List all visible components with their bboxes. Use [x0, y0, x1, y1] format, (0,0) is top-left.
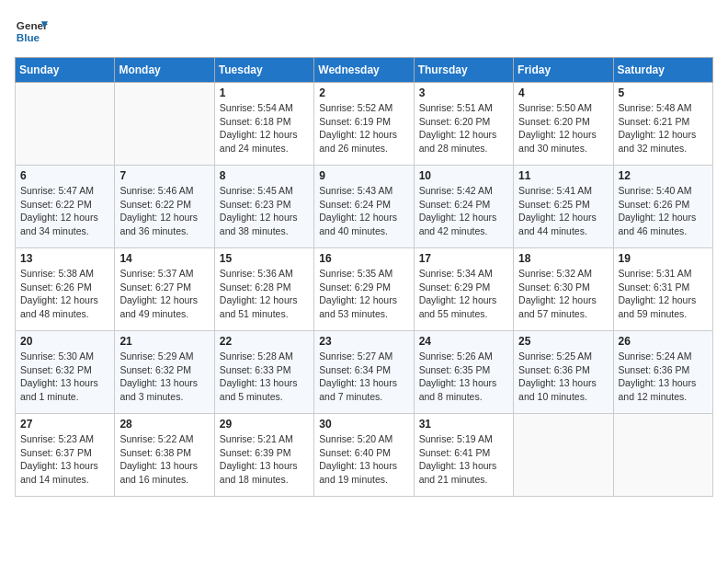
calendar-cell: 15Sunrise: 5:36 AM Sunset: 6:28 PM Dayli…: [214, 248, 313, 331]
day-info: Sunrise: 5:48 AM Sunset: 6:21 PM Dayligh…: [619, 101, 708, 155]
day-info: Sunrise: 5:19 AM Sunset: 6:41 PM Dayligh…: [419, 432, 508, 487]
calendar-header-friday: Friday: [514, 58, 613, 83]
calendar-header-monday: Monday: [115, 58, 214, 83]
day-info: Sunrise: 5:50 AM Sunset: 6:20 PM Dayligh…: [518, 101, 608, 155]
calendar-header-wednesday: Wednesday: [314, 58, 414, 83]
day-number: 10: [419, 169, 508, 182]
day-number: 11: [518, 169, 608, 182]
day-info: Sunrise: 5:29 AM Sunset: 6:32 PM Dayligh…: [119, 350, 209, 404]
day-info: Sunrise: 5:24 AM Sunset: 6:36 PM Dayligh…: [619, 350, 708, 404]
day-number: 9: [319, 169, 408, 182]
day-info: Sunrise: 5:20 AM Sunset: 6:40 PM Dayligh…: [319, 432, 408, 487]
day-info: Sunrise: 5:23 AM Sunset: 6:37 PM Dayligh…: [20, 432, 109, 487]
day-info: Sunrise: 5:47 AM Sunset: 6:22 PM Dayligh…: [20, 184, 109, 238]
calendar-cell: 5Sunrise: 5:48 AM Sunset: 6:21 PM Daylig…: [613, 83, 712, 166]
calendar-cell: 10Sunrise: 5:42 AM Sunset: 6:24 PM Dayli…: [414, 166, 513, 248]
calendar-cell: 3Sunrise: 5:51 AM Sunset: 6:20 PM Daylig…: [414, 83, 513, 166]
day-info: Sunrise: 5:30 AM Sunset: 6:32 PM Dayligh…: [20, 350, 109, 404]
calendar-week-row: 27Sunrise: 5:23 AM Sunset: 6:37 PM Dayli…: [16, 414, 713, 497]
calendar-cell: 18Sunrise: 5:32 AM Sunset: 6:30 PM Dayli…: [514, 248, 613, 331]
day-number: 29: [220, 418, 309, 431]
day-info: Sunrise: 5:38 AM Sunset: 6:26 PM Dayligh…: [20, 267, 109, 321]
page-header: General Blue: [15, 15, 713, 48]
day-number: 5: [619, 86, 708, 99]
day-info: Sunrise: 5:26 AM Sunset: 6:35 PM Dayligh…: [419, 350, 508, 404]
calendar-cell: 24Sunrise: 5:26 AM Sunset: 6:35 PM Dayli…: [414, 331, 513, 414]
day-info: Sunrise: 5:21 AM Sunset: 6:39 PM Dayligh…: [220, 432, 309, 487]
day-number: 22: [220, 335, 309, 348]
day-number: 12: [619, 169, 708, 182]
calendar-cell: 26Sunrise: 5:24 AM Sunset: 6:36 PM Dayli…: [613, 331, 712, 414]
day-number: 4: [518, 86, 608, 99]
day-number: 20: [20, 335, 109, 348]
day-info: Sunrise: 5:52 AM Sunset: 6:19 PM Dayligh…: [319, 101, 408, 155]
day-number: 1: [220, 86, 309, 99]
calendar-cell: [514, 414, 613, 497]
calendar-cell: 30Sunrise: 5:20 AM Sunset: 6:40 PM Dayli…: [314, 414, 414, 497]
day-number: 7: [119, 169, 209, 182]
calendar-header-sunday: Sunday: [16, 58, 115, 83]
calendar-cell: 22Sunrise: 5:28 AM Sunset: 6:33 PM Dayli…: [214, 331, 313, 414]
day-info: Sunrise: 5:41 AM Sunset: 6:25 PM Dayligh…: [518, 184, 608, 238]
day-number: 24: [419, 335, 508, 348]
calendar-cell: 31Sunrise: 5:19 AM Sunset: 6:41 PM Dayli…: [414, 414, 513, 497]
day-info: Sunrise: 5:34 AM Sunset: 6:29 PM Dayligh…: [419, 267, 508, 321]
day-number: 31: [419, 418, 508, 431]
calendar-cell: 4Sunrise: 5:50 AM Sunset: 6:20 PM Daylig…: [514, 83, 613, 166]
day-number: 25: [518, 335, 608, 348]
day-info: Sunrise: 5:28 AM Sunset: 6:33 PM Dayligh…: [220, 350, 309, 404]
day-info: Sunrise: 5:36 AM Sunset: 6:28 PM Dayligh…: [220, 267, 309, 321]
calendar-cell: 28Sunrise: 5:22 AM Sunset: 6:38 PM Dayli…: [115, 414, 214, 497]
calendar-cell: 7Sunrise: 5:46 AM Sunset: 6:22 PM Daylig…: [115, 166, 214, 248]
calendar-cell: 6Sunrise: 5:47 AM Sunset: 6:22 PM Daylig…: [16, 166, 115, 248]
day-info: Sunrise: 5:32 AM Sunset: 6:30 PM Dayligh…: [518, 267, 608, 321]
day-info: Sunrise: 5:37 AM Sunset: 6:27 PM Dayligh…: [119, 267, 209, 321]
calendar-week-row: 13Sunrise: 5:38 AM Sunset: 6:26 PM Dayli…: [16, 248, 713, 331]
day-number: 8: [220, 169, 309, 182]
day-info: Sunrise: 5:42 AM Sunset: 6:24 PM Dayligh…: [419, 184, 508, 238]
svg-text:Blue: Blue: [17, 31, 40, 43]
calendar-cell: 11Sunrise: 5:41 AM Sunset: 6:25 PM Dayli…: [514, 166, 613, 248]
calendar-body: 1Sunrise: 5:54 AM Sunset: 6:18 PM Daylig…: [16, 83, 713, 497]
calendar-cell: 29Sunrise: 5:21 AM Sunset: 6:39 PM Dayli…: [214, 414, 313, 497]
svg-text:General: General: [17, 19, 48, 31]
day-number: 15: [220, 252, 309, 265]
day-number: 30: [319, 418, 408, 431]
day-number: 23: [319, 335, 408, 348]
calendar-cell: 25Sunrise: 5:25 AM Sunset: 6:36 PM Dayli…: [514, 331, 613, 414]
day-number: 16: [319, 252, 408, 265]
day-number: 27: [20, 418, 109, 431]
day-info: Sunrise: 5:46 AM Sunset: 6:22 PM Dayligh…: [119, 184, 209, 238]
calendar-cell: 2Sunrise: 5:52 AM Sunset: 6:19 PM Daylig…: [314, 83, 414, 166]
calendar-cell: 8Sunrise: 5:45 AM Sunset: 6:23 PM Daylig…: [214, 166, 313, 248]
calendar-cell: 27Sunrise: 5:23 AM Sunset: 6:37 PM Dayli…: [16, 414, 115, 497]
calendar-week-row: 6Sunrise: 5:47 AM Sunset: 6:22 PM Daylig…: [16, 166, 713, 248]
calendar-cell: 1Sunrise: 5:54 AM Sunset: 6:18 PM Daylig…: [214, 83, 313, 166]
day-info: Sunrise: 5:51 AM Sunset: 6:20 PM Dayligh…: [419, 101, 508, 155]
day-info: Sunrise: 5:25 AM Sunset: 6:36 PM Dayligh…: [518, 350, 608, 404]
day-number: 13: [20, 252, 109, 265]
day-info: Sunrise: 5:54 AM Sunset: 6:18 PM Dayligh…: [220, 101, 309, 155]
day-number: 28: [119, 418, 209, 431]
day-number: 19: [619, 252, 708, 265]
calendar-cell: 9Sunrise: 5:43 AM Sunset: 6:24 PM Daylig…: [314, 166, 414, 248]
calendar-header-thursday: Thursday: [414, 58, 513, 83]
day-number: 3: [419, 86, 508, 99]
day-number: 18: [518, 252, 608, 265]
calendar-cell: [613, 414, 712, 497]
logo: General Blue: [15, 15, 51, 48]
day-info: Sunrise: 5:45 AM Sunset: 6:23 PM Dayligh…: [220, 184, 309, 238]
calendar-week-row: 20Sunrise: 5:30 AM Sunset: 6:32 PM Dayli…: [16, 331, 713, 414]
calendar-cell: 12Sunrise: 5:40 AM Sunset: 6:26 PM Dayli…: [613, 166, 712, 248]
calendar-cell: 17Sunrise: 5:34 AM Sunset: 6:29 PM Dayli…: [414, 248, 513, 331]
calendar-header-saturday: Saturday: [613, 58, 712, 83]
calendar-week-row: 1Sunrise: 5:54 AM Sunset: 6:18 PM Daylig…: [16, 83, 713, 166]
day-info: Sunrise: 5:27 AM Sunset: 6:34 PM Dayligh…: [319, 350, 408, 404]
day-number: 2: [319, 86, 408, 99]
calendar-cell: 13Sunrise: 5:38 AM Sunset: 6:26 PM Dayli…: [16, 248, 115, 331]
day-info: Sunrise: 5:43 AM Sunset: 6:24 PM Dayligh…: [319, 184, 408, 238]
calendar-cell: 20Sunrise: 5:30 AM Sunset: 6:32 PM Dayli…: [16, 331, 115, 414]
calendar-header-tuesday: Tuesday: [214, 58, 313, 83]
calendar-cell: 21Sunrise: 5:29 AM Sunset: 6:32 PM Dayli…: [115, 331, 214, 414]
calendar-cell: 23Sunrise: 5:27 AM Sunset: 6:34 PM Dayli…: [314, 331, 414, 414]
